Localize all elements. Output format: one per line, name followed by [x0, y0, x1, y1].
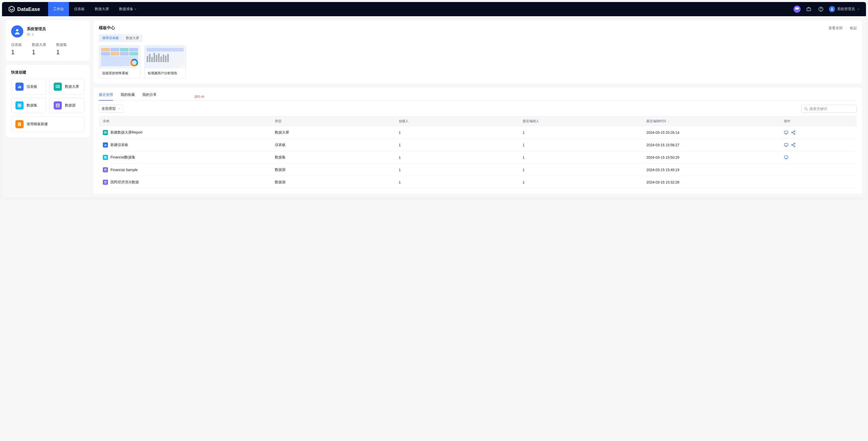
search-input[interactable]	[809, 107, 854, 111]
quick-create-database[interactable]: 数据源	[50, 97, 85, 113]
svg-point-14	[56, 104, 59, 105]
sort-icon	[667, 120, 670, 123]
table-row[interactable]: 新建仪表板仪表板112024-03-15 15:58:27	[99, 139, 857, 151]
row-type-icon	[103, 155, 108, 160]
collapse-link[interactable]: 收起	[850, 26, 857, 30]
stat-item[interactable]: 数据集1	[56, 42, 67, 56]
svg-rect-42	[104, 158, 106, 159]
stat-item[interactable]: 仪表板1	[11, 42, 22, 56]
quick-create-dataset[interactable]: 数据集	[11, 97, 46, 113]
view-action-icon[interactable]	[784, 130, 788, 135]
template-tab-1[interactable]: 数据大屏	[122, 34, 143, 42]
svg-point-35	[794, 143, 795, 144]
svg-marker-0	[9, 6, 14, 12]
svg-point-3	[821, 10, 821, 10]
col-actions: 操作	[784, 119, 853, 123]
user-label: 系统管理员	[837, 7, 855, 11]
template-icon	[16, 120, 24, 128]
col-creator: 创建人	[399, 119, 523, 123]
watermark: j301.cn	[194, 95, 205, 98]
svg-rect-21	[785, 131, 788, 134]
view-all-link[interactable]: 查看全部	[829, 26, 843, 30]
help-icon[interactable]	[817, 5, 825, 13]
template-thumbnail	[99, 46, 140, 68]
recent-tab-1[interactable]: 我的收藏	[121, 92, 135, 100]
view-action-icon[interactable]	[784, 155, 788, 160]
svg-point-36	[792, 144, 793, 146]
svg-line-27	[793, 131, 794, 132]
share-action-icon[interactable]	[791, 143, 796, 147]
chevron-down-icon	[118, 107, 121, 110]
template-card[interactable]: 短视频用户分析报告	[145, 46, 186, 78]
quick-create-title: 快速创建	[11, 70, 85, 75]
view-action-icon[interactable]	[784, 143, 788, 147]
table-row[interactable]: Financial数据集数据集112024-03-15 15:50:29	[99, 151, 857, 164]
share-action-icon[interactable]	[791, 130, 796, 135]
svg-point-5	[16, 29, 18, 31]
dataset-icon	[16, 101, 24, 110]
nav-item-3[interactable]: 数据准备	[114, 2, 142, 16]
user-name: 系统管理员	[27, 27, 46, 31]
user-menu[interactable]: 系统管理员	[829, 6, 860, 12]
recent-tab-2[interactable]: 我的分享	[143, 92, 157, 100]
col-time[interactable]: 最近编辑时间	[646, 119, 784, 123]
nav-item-1[interactable]: 仪表板	[69, 2, 90, 16]
svg-line-28	[793, 133, 794, 134]
database-icon	[54, 101, 62, 110]
nav-item-0[interactable]: 工作台	[48, 2, 69, 16]
svg-rect-7	[19, 86, 20, 88]
row-type-icon	[103, 180, 108, 185]
table-row[interactable]: 国民经济演示数据数据源112024-03-15 15:32:28	[99, 176, 857, 188]
svg-line-19	[807, 110, 807, 110]
quick-create-bar-chart[interactable]: 仪表板	[11, 79, 46, 94]
svg-rect-40	[104, 156, 105, 157]
svg-rect-43	[785, 156, 788, 158]
table-row[interactable]: 新建数据大屏Report数据大屏112024-03-15 20:26:14	[99, 126, 857, 139]
svg-rect-30	[105, 144, 106, 146]
svg-rect-6	[18, 87, 19, 88]
quick-create-template[interactable]: 使用模板新建	[11, 116, 85, 132]
recent-tab-0[interactable]: 最近使用	[99, 92, 113, 100]
svg-rect-13	[20, 106, 21, 107]
svg-line-38	[793, 144, 794, 145]
svg-rect-1	[807, 8, 811, 11]
svg-rect-17	[20, 124, 21, 126]
row-type-icon	[103, 130, 108, 135]
search-box[interactable]	[801, 105, 857, 113]
svg-point-4	[832, 8, 833, 9]
svg-rect-10	[18, 104, 19, 105]
toolbox-icon[interactable]	[805, 5, 813, 13]
svg-rect-32	[785, 143, 788, 146]
logo-icon	[8, 6, 15, 13]
svg-rect-8	[20, 86, 21, 88]
brand-name: DataEase	[17, 6, 40, 12]
svg-point-37	[794, 146, 795, 147]
svg-rect-16	[18, 124, 19, 126]
template-tab-0[interactable]: 推荐仪表板	[99, 34, 122, 42]
svg-rect-12	[18, 106, 19, 107]
top-header: DataEase 工作台仪表板数据大屏数据准备 系统管理员	[2, 2, 866, 16]
table-row[interactable]: Financial Sample数据源112024-03-15 15:49:19	[99, 164, 857, 176]
avatar	[11, 25, 23, 37]
search-icon	[804, 107, 808, 111]
template-thumbnail	[145, 46, 186, 68]
table-header: 名称 类型 创建人 最近编辑人 最近编辑时间 操作	[99, 116, 857, 126]
col-editor: 最近编辑人	[523, 119, 647, 123]
quick-create-card: 快速创建 仪表板数据大屏数据集数据源使用模板新建	[6, 65, 90, 137]
svg-point-18	[805, 108, 807, 110]
row-type-icon	[103, 167, 108, 172]
col-type: 类型	[275, 119, 399, 123]
chat-icon[interactable]	[794, 6, 801, 13]
template-card[interactable]: 连锁茶饮销售看板	[99, 46, 141, 78]
type-filter-select[interactable]: 全部类型	[99, 105, 124, 113]
nav-item-2[interactable]: 数据大屏	[90, 2, 114, 16]
user-id: ID: 1	[27, 32, 46, 36]
svg-line-39	[793, 145, 794, 146]
template-center-card: 模板中心 查看全部 | 收起 推荐仪表板数据大屏 连锁茶饮销售看板短视频用户分析…	[94, 20, 862, 83]
user-stats-card: 系统管理员 ID: 1 仪表板1数据大屏1数据集1	[6, 20, 90, 61]
template-center-title: 模板中心	[99, 25, 115, 31]
quick-create-screen[interactable]: 数据大屏	[50, 79, 85, 94]
bar-chart-icon	[16, 83, 24, 91]
logo[interactable]: DataEase	[8, 6, 40, 13]
stat-item[interactable]: 数据大屏1	[32, 42, 46, 56]
